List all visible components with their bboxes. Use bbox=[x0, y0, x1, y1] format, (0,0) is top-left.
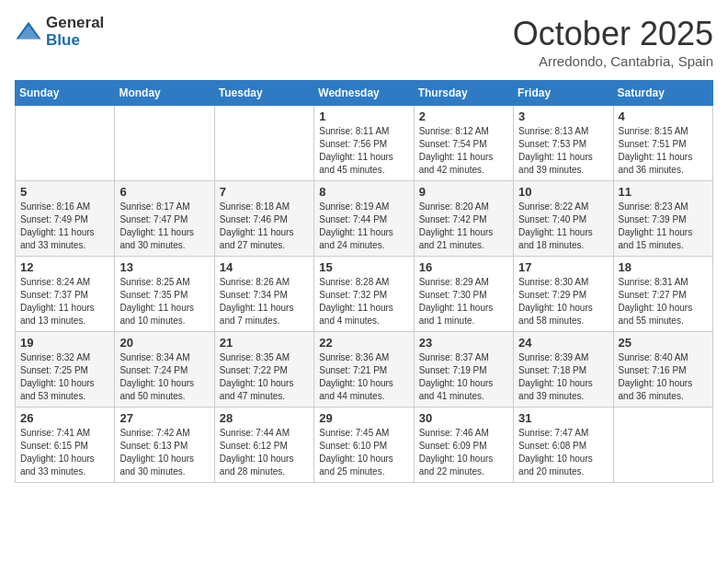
day-info: Sunrise: 8:22 AM Sunset: 7:40 PM Dayligh… bbox=[518, 201, 608, 252]
calendar-cell: 30Sunrise: 7:46 AM Sunset: 6:09 PM Dayli… bbox=[414, 408, 513, 483]
day-number: 27 bbox=[119, 411, 209, 425]
calendar-cell: 5Sunrise: 8:16 AM Sunset: 7:49 PM Daylig… bbox=[16, 181, 115, 257]
day-header: Sunday bbox=[16, 81, 115, 106]
day-number: 18 bbox=[619, 260, 708, 274]
calendar-cell: 14Sunrise: 8:26 AM Sunset: 7:34 PM Dayli… bbox=[214, 257, 313, 332]
calendar-cell: 22Sunrise: 8:36 AM Sunset: 7:21 PM Dayli… bbox=[314, 332, 414, 408]
calendar-cell: 29Sunrise: 7:45 AM Sunset: 6:10 PM Dayli… bbox=[314, 408, 414, 483]
day-number: 13 bbox=[119, 260, 209, 274]
day-number: 11 bbox=[619, 185, 708, 199]
calendar-cell: 21Sunrise: 8:35 AM Sunset: 7:22 PM Dayli… bbox=[214, 332, 313, 408]
week-row: 5Sunrise: 8:16 AM Sunset: 7:49 PM Daylig… bbox=[16, 181, 713, 257]
calendar-cell bbox=[214, 106, 313, 181]
day-number: 21 bbox=[220, 336, 309, 350]
header: General Blue October 2025 Arredondo, Can… bbox=[15, 15, 713, 69]
day-info: Sunrise: 7:46 AM Sunset: 6:09 PM Dayligh… bbox=[419, 427, 508, 478]
calendar-cell: 26Sunrise: 7:41 AM Sunset: 6:15 PM Dayli… bbox=[16, 408, 115, 483]
calendar-cell: 23Sunrise: 8:37 AM Sunset: 7:19 PM Dayli… bbox=[414, 332, 513, 408]
day-number: 26 bbox=[20, 411, 109, 425]
day-info: Sunrise: 8:30 AM Sunset: 7:29 PM Dayligh… bbox=[518, 276, 608, 327]
day-number: 25 bbox=[619, 336, 708, 350]
day-info: Sunrise: 8:11 AM Sunset: 7:56 PM Dayligh… bbox=[319, 125, 408, 177]
day-number: 30 bbox=[419, 411, 508, 425]
day-header: Monday bbox=[115, 81, 214, 106]
day-info: Sunrise: 8:18 AM Sunset: 7:46 PM Dayligh… bbox=[220, 201, 309, 252]
week-row: 12Sunrise: 8:24 AM Sunset: 7:37 PM Dayli… bbox=[16, 257, 713, 332]
day-info: Sunrise: 8:26 AM Sunset: 7:34 PM Dayligh… bbox=[220, 276, 309, 327]
day-info: Sunrise: 8:23 AM Sunset: 7:39 PM Dayligh… bbox=[619, 201, 708, 252]
day-info: Sunrise: 8:20 AM Sunset: 7:42 PM Dayligh… bbox=[419, 201, 508, 252]
day-number: 16 bbox=[419, 260, 508, 274]
calendar-cell: 9Sunrise: 8:20 AM Sunset: 7:42 PM Daylig… bbox=[414, 181, 513, 257]
day-info: Sunrise: 7:41 AM Sunset: 6:15 PM Dayligh… bbox=[20, 427, 109, 478]
day-number: 22 bbox=[319, 336, 408, 350]
calendar-cell: 15Sunrise: 8:28 AM Sunset: 7:32 PM Dayli… bbox=[314, 257, 414, 332]
day-info: Sunrise: 8:31 AM Sunset: 7:27 PM Dayligh… bbox=[619, 276, 708, 327]
day-number: 1 bbox=[319, 109, 408, 123]
calendar-cell: 2Sunrise: 8:12 AM Sunset: 7:54 PM Daylig… bbox=[414, 106, 513, 181]
day-number: 29 bbox=[319, 411, 408, 425]
day-number: 4 bbox=[619, 109, 708, 123]
calendar-cell: 27Sunrise: 7:42 AM Sunset: 6:13 PM Dayli… bbox=[115, 408, 214, 483]
day-number: 5 bbox=[20, 185, 109, 199]
week-row: 1Sunrise: 8:11 AM Sunset: 7:56 PM Daylig… bbox=[16, 106, 713, 181]
calendar-cell: 28Sunrise: 7:44 AM Sunset: 6:12 PM Dayli… bbox=[214, 408, 313, 483]
calendar-table: SundayMondayTuesdayWednesdayThursdayFrid… bbox=[15, 80, 713, 483]
day-number: 2 bbox=[419, 109, 508, 123]
title-area: October 2025 Arredondo, Cantabria, Spain bbox=[513, 15, 713, 69]
day-number: 17 bbox=[518, 260, 608, 274]
calendar-cell: 4Sunrise: 8:15 AM Sunset: 7:51 PM Daylig… bbox=[613, 106, 712, 181]
day-info: Sunrise: 8:35 AM Sunset: 7:22 PM Dayligh… bbox=[220, 351, 309, 403]
day-info: Sunrise: 8:34 AM Sunset: 7:24 PM Dayligh… bbox=[119, 351, 209, 403]
day-info: Sunrise: 7:42 AM Sunset: 6:13 PM Dayligh… bbox=[119, 427, 209, 478]
day-info: Sunrise: 8:12 AM Sunset: 7:54 PM Dayligh… bbox=[419, 125, 508, 177]
day-number: 19 bbox=[20, 336, 109, 350]
day-header: Tuesday bbox=[214, 81, 313, 106]
day-info: Sunrise: 8:29 AM Sunset: 7:30 PM Dayligh… bbox=[419, 276, 508, 327]
day-number: 24 bbox=[518, 336, 608, 350]
day-info: Sunrise: 8:24 AM Sunset: 7:37 PM Dayligh… bbox=[20, 276, 109, 327]
day-info: Sunrise: 8:19 AM Sunset: 7:44 PM Dayligh… bbox=[319, 201, 408, 252]
calendar-cell: 19Sunrise: 8:32 AM Sunset: 7:25 PM Dayli… bbox=[16, 332, 115, 408]
day-info: Sunrise: 8:17 AM Sunset: 7:47 PM Dayligh… bbox=[119, 201, 209, 252]
month-title: October 2025 bbox=[513, 15, 713, 53]
day-info: Sunrise: 8:13 AM Sunset: 7:53 PM Dayligh… bbox=[518, 125, 608, 177]
day-number: 6 bbox=[119, 185, 209, 199]
calendar-cell: 1Sunrise: 8:11 AM Sunset: 7:56 PM Daylig… bbox=[314, 106, 414, 181]
calendar-cell: 13Sunrise: 8:25 AM Sunset: 7:35 PM Dayli… bbox=[115, 257, 214, 332]
day-header: Saturday bbox=[613, 81, 712, 106]
day-info: Sunrise: 7:45 AM Sunset: 6:10 PM Dayligh… bbox=[319, 427, 408, 478]
calendar-cell: 10Sunrise: 8:22 AM Sunset: 7:40 PM Dayli… bbox=[514, 181, 613, 257]
day-number: 10 bbox=[518, 185, 608, 199]
calendar-cell: 16Sunrise: 8:29 AM Sunset: 7:30 PM Dayli… bbox=[414, 257, 513, 332]
day-header: Wednesday bbox=[314, 81, 414, 106]
calendar-cell: 11Sunrise: 8:23 AM Sunset: 7:39 PM Dayli… bbox=[613, 181, 712, 257]
day-number: 9 bbox=[419, 185, 508, 199]
day-info: Sunrise: 8:16 AM Sunset: 7:49 PM Dayligh… bbox=[20, 201, 109, 252]
day-info: Sunrise: 8:37 AM Sunset: 7:19 PM Dayligh… bbox=[419, 351, 508, 403]
day-info: Sunrise: 8:40 AM Sunset: 7:16 PM Dayligh… bbox=[619, 351, 708, 403]
calendar-cell: 8Sunrise: 8:19 AM Sunset: 7:44 PM Daylig… bbox=[314, 181, 414, 257]
calendar-cell bbox=[613, 408, 712, 483]
day-number: 28 bbox=[220, 411, 309, 425]
day-info: Sunrise: 8:28 AM Sunset: 7:32 PM Dayligh… bbox=[319, 276, 408, 327]
calendar-cell: 25Sunrise: 8:40 AM Sunset: 7:16 PM Dayli… bbox=[613, 332, 712, 408]
day-number: 3 bbox=[518, 109, 608, 123]
day-number: 15 bbox=[319, 260, 408, 274]
day-info: Sunrise: 7:44 AM Sunset: 6:12 PM Dayligh… bbox=[220, 427, 309, 478]
day-number: 23 bbox=[419, 336, 508, 350]
logo-general: General bbox=[46, 15, 104, 32]
week-row: 19Sunrise: 8:32 AM Sunset: 7:25 PM Dayli… bbox=[16, 332, 713, 408]
subtitle: Arredondo, Cantabria, Spain bbox=[513, 53, 713, 69]
week-row: 26Sunrise: 7:41 AM Sunset: 6:15 PM Dayli… bbox=[16, 408, 713, 483]
calendar-cell: 7Sunrise: 8:18 AM Sunset: 7:46 PM Daylig… bbox=[214, 181, 313, 257]
logo-text: General Blue bbox=[46, 15, 104, 49]
calendar-cell: 31Sunrise: 7:47 AM Sunset: 6:08 PM Dayli… bbox=[514, 408, 613, 483]
day-number: 20 bbox=[119, 336, 209, 350]
day-info: Sunrise: 8:36 AM Sunset: 7:21 PM Dayligh… bbox=[319, 351, 408, 403]
logo-blue: Blue bbox=[46, 32, 104, 50]
calendar-cell bbox=[16, 106, 115, 181]
day-number: 7 bbox=[220, 185, 309, 199]
calendar-cell: 20Sunrise: 8:34 AM Sunset: 7:24 PM Dayli… bbox=[115, 332, 214, 408]
calendar-cell: 18Sunrise: 8:31 AM Sunset: 7:27 PM Dayli… bbox=[613, 257, 712, 332]
